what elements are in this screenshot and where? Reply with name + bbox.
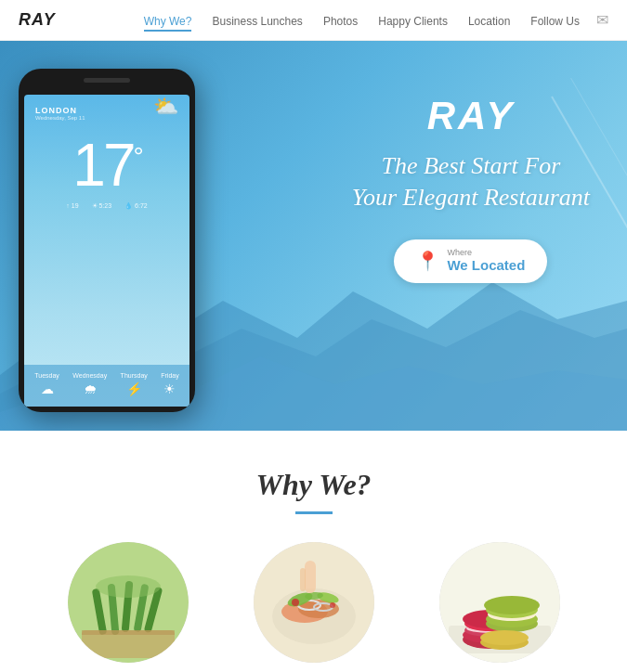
phone-stats: ↑ 19 ☀ 5:23 💧 6:72 xyxy=(24,202,189,210)
svg-rect-11 xyxy=(82,630,175,635)
svg-point-37 xyxy=(484,596,540,614)
hero-cta-text: Where We Located xyxy=(447,249,525,274)
hero-cta-main-label: We Located xyxy=(447,257,525,274)
why-card-salads: DELICIOUS SALADS xyxy=(240,542,388,672)
vegetables-image xyxy=(68,542,189,663)
why-card-confectionery: CONFECTIONERY xyxy=(425,542,574,672)
phone-speaker xyxy=(84,78,130,83)
navigation: RAY Why We? Business Lunches Photos Happ… xyxy=(0,0,627,41)
vegetables-svg xyxy=(68,542,189,663)
nav-links: Why We? Business Lunches Photos Happy Cl… xyxy=(144,12,580,29)
phone-forecast-friday: Friday ☀ xyxy=(161,372,178,399)
nav-item-why-we[interactable]: Why We? xyxy=(144,12,192,29)
hero-brand-name: RAY xyxy=(352,97,590,136)
phone-device: LONDON Wednesday, Sep 11 ⛅ 17° ↑ 19 ☀ 5:… xyxy=(19,69,195,412)
phone-mockup: LONDON Wednesday, Sep 11 ⛅ 17° ↑ 19 ☀ 5:… xyxy=(19,69,195,412)
svg-point-21 xyxy=(292,599,299,606)
hero-tagline: The Best Start For Your Elegant Restaura… xyxy=(352,150,590,213)
svg-rect-24 xyxy=(300,568,306,591)
phone-temperature: 17° xyxy=(24,136,189,195)
why-card-vegetables: FRESH VEGETABLES xyxy=(54,542,202,672)
svg-point-39 xyxy=(480,630,529,645)
svg-point-22 xyxy=(330,602,335,608)
confectionery-svg xyxy=(439,542,560,663)
salads-image xyxy=(254,542,374,663)
nav-logo[interactable]: RAY xyxy=(19,10,56,30)
svg-rect-23 xyxy=(305,561,316,593)
phone-cloud-icon: ⛅ xyxy=(153,95,178,119)
phone-stat-2: ☀ 5:23 xyxy=(92,202,112,210)
phone-forecast-thursday: Thursday ⚡ xyxy=(121,372,148,399)
phone-screen: LONDON Wednesday, Sep 11 ⛅ 17° ↑ 19 ☀ 5:… xyxy=(24,95,189,407)
hero-section: LONDON Wednesday, Sep 11 ⛅ 17° ↑ 19 ☀ 5:… xyxy=(0,41,627,431)
why-we-section: Why We? FRESH VEGETABLES xyxy=(0,431,627,672)
why-divider xyxy=(295,511,333,514)
phone-forecast-row: Tuesday ☁ Wednesday 🌧 Thursday ⚡ Frid xyxy=(28,372,186,399)
we-located-button[interactable]: 📍 Where We Located xyxy=(394,239,547,283)
phone-stat-1: ↑ 19 xyxy=(66,202,78,210)
nav-item-photos[interactable]: Photos xyxy=(323,12,358,29)
why-cards-container: FRESH VEGETABLES xyxy=(19,542,608,672)
phone-forecast-wednesday: Wednesday 🌧 xyxy=(72,372,107,399)
why-title: Why We? xyxy=(19,468,608,502)
confectionery-image xyxy=(439,542,560,663)
phone-stat-3: 💧 6:72 xyxy=(124,202,148,210)
salads-svg xyxy=(254,542,374,663)
hero-text-block: RAY The Best Start For Your Elegant Rest… xyxy=(352,97,590,283)
mail-icon[interactable]: ✉ xyxy=(596,11,608,29)
svg-point-9 xyxy=(96,575,161,598)
phone-forecast-tuesday: Tuesday ☁ xyxy=(34,372,59,399)
nav-item-clients[interactable]: Happy Clients xyxy=(378,12,448,29)
phone-forecast: Tuesday ☁ Wednesday 🌧 Thursday ⚡ Frid xyxy=(24,365,189,407)
nav-item-business[interactable]: Business Lunches xyxy=(212,12,302,29)
location-pin-icon: 📍 xyxy=(416,250,439,272)
nav-item-location[interactable]: Location xyxy=(468,12,510,29)
phone-weather-header: LONDON Wednesday, Sep 11 ⛅ xyxy=(24,95,189,126)
hero-cta-where-label: Where xyxy=(447,249,525,257)
nav-item-follow[interactable]: Follow Us xyxy=(530,12,580,29)
